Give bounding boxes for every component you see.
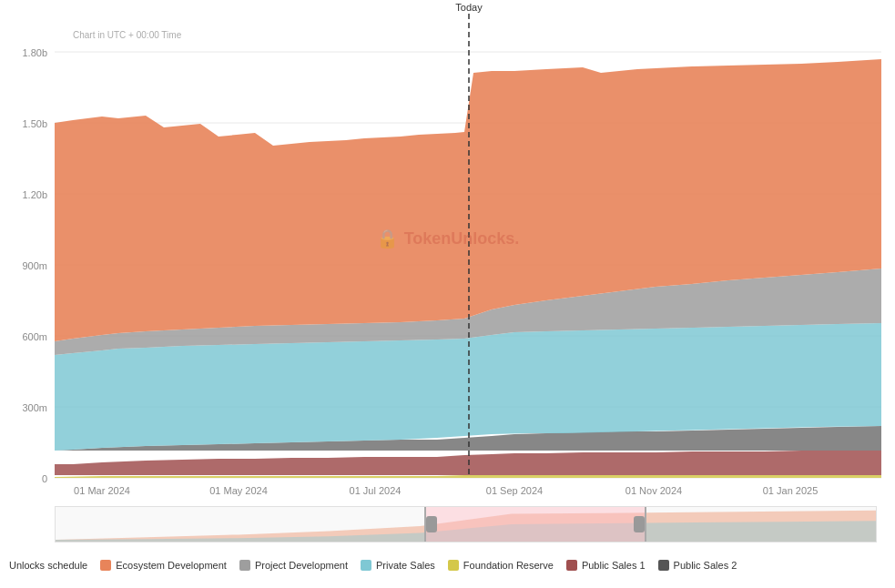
- svg-text:1.20b: 1.20b: [22, 189, 47, 200]
- legend-area: Unlocks schedule Ecosystem Development P…: [0, 542, 895, 588]
- svg-text:900m: 900m: [22, 260, 47, 271]
- chart-area: 0 300m 600m 900m 1.20b 1.50b 1.80b Chart…: [0, 0, 895, 497]
- svg-text:600m: 600m: [22, 331, 47, 342]
- legend-label-ecosystem: Ecosystem Development: [116, 560, 227, 571]
- svg-text:01 Jul 2024: 01 Jul 2024: [350, 485, 402, 496]
- svg-text:Chart in UTC + 00:00 Time: Chart in UTC + 00:00 Time: [73, 30, 182, 40]
- legend-dot-private: [361, 560, 371, 571]
- minimap[interactable]: [55, 506, 877, 542]
- svg-text:01 May 2024: 01 May 2024: [209, 485, 268, 496]
- legend-item-project: Project Development: [239, 560, 348, 571]
- legend-label-private: Private Sales: [376, 560, 435, 571]
- svg-text:1.80b: 1.80b: [22, 47, 47, 58]
- legend-label-public2: Public Sales 2: [674, 560, 737, 571]
- chart-container: 0 300m 600m 900m 1.20b 1.50b 1.80b Chart…: [0, 0, 895, 588]
- legend-item-ecosystem: Ecosystem Development: [100, 560, 227, 571]
- legend-item-title: Unlocks schedule: [9, 560, 87, 571]
- svg-text:01 Jan 2025: 01 Jan 2025: [763, 485, 819, 496]
- svg-text:0: 0: [42, 473, 47, 484]
- legend-item-public1: Public Sales 1: [566, 560, 646, 571]
- legend-item-foundation: Foundation Reserve: [448, 560, 554, 571]
- legend-label-public1: Public Sales 1: [582, 560, 646, 571]
- legend-dot-ecosystem: [100, 560, 111, 571]
- svg-text:1.50b: 1.50b: [22, 118, 47, 129]
- legend-item-private: Private Sales: [361, 560, 435, 571]
- svg-text:300m: 300m: [22, 402, 47, 413]
- svg-text:Today: Today: [455, 2, 483, 13]
- legend-label-project: Project Development: [255, 560, 348, 571]
- minimap-selection[interactable]: [424, 507, 646, 542]
- legend-title-label: Unlocks schedule: [9, 560, 87, 571]
- legend-label-foundation: Foundation Reserve: [463, 560, 554, 571]
- main-chart-svg: 0 300m 600m 900m 1.20b 1.50b 1.80b Chart…: [0, 0, 895, 497]
- legend-dot-project: [239, 560, 250, 571]
- svg-text:01 Sep 2024: 01 Sep 2024: [486, 485, 543, 496]
- svg-text:01 Mar 2024: 01 Mar 2024: [74, 485, 130, 496]
- legend-dot-foundation: [448, 560, 459, 571]
- minimap-handle-right[interactable]: [634, 516, 645, 532]
- svg-text:01 Nov 2024: 01 Nov 2024: [625, 485, 682, 496]
- legend-dot-public2: [658, 560, 669, 571]
- legend-dot-public1: [566, 560, 577, 571]
- minimap-handle-left[interactable]: [426, 516, 437, 532]
- legend-item-public2: Public Sales 2: [658, 560, 737, 571]
